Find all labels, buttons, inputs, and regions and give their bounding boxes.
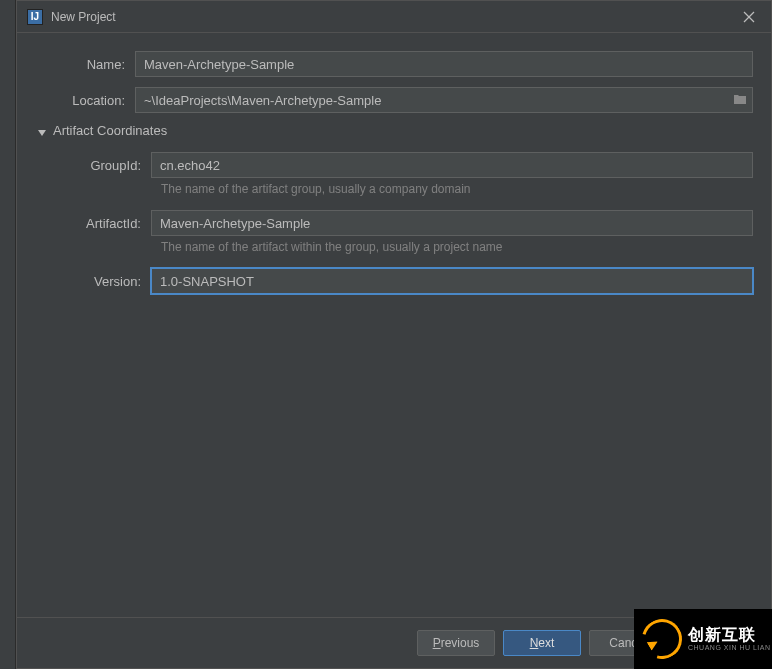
version-label: Version: [35, 274, 151, 289]
dialog-content: Name: Location: Artifact Coordinates Gro… [17, 33, 771, 617]
artifact-coordinates-toggle[interactable]: Artifact Coordinates [37, 123, 753, 138]
new-project-dialog: IJ New Project Name: Location: Artifact … [16, 0, 772, 669]
close-button[interactable] [737, 5, 761, 29]
app-icon: IJ [27, 9, 43, 25]
location-label: Location: [35, 93, 135, 108]
version-input[interactable] [151, 268, 753, 294]
artifact-coordinates-label: Artifact Coordinates [53, 123, 167, 138]
previous-button[interactable]: Previous [417, 630, 495, 656]
svg-marker-2 [38, 130, 46, 136]
artifactid-label: ArtifactId: [35, 216, 151, 231]
name-input[interactable] [135, 51, 753, 77]
artifactid-hint: The name of the artifact within the grou… [161, 240, 753, 254]
logo-text-en: CHUANG XIN HU LIAN [688, 644, 771, 652]
logo-text-cn: 创新互联 [688, 626, 771, 644]
close-icon [743, 11, 755, 23]
logo-mark-icon [635, 612, 690, 667]
groupid-input[interactable] [151, 152, 753, 178]
next-button[interactable]: Next [503, 630, 581, 656]
browse-folder-icon[interactable] [733, 92, 747, 108]
artifactid-input[interactable] [151, 210, 753, 236]
expand-triangle-icon [37, 126, 47, 136]
window-title: New Project [51, 10, 737, 24]
watermark-logo: 创新互联 CHUANG XIN HU LIAN [634, 609, 772, 669]
name-label: Name: [35, 57, 135, 72]
background-sidebar [0, 0, 16, 669]
groupid-label: GroupId: [35, 158, 151, 173]
groupid-hint: The name of the artifact group, usually … [161, 182, 753, 196]
location-input[interactable] [135, 87, 753, 113]
titlebar: IJ New Project [17, 1, 771, 33]
